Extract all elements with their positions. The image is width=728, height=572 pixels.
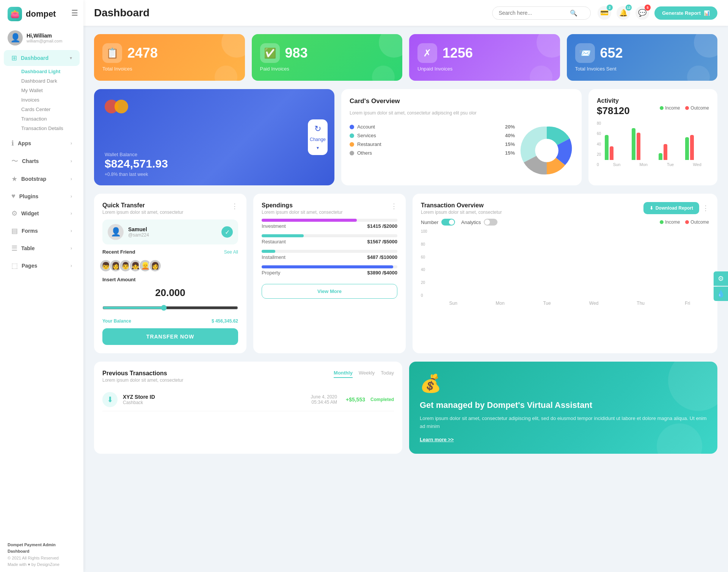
gear-icon: ⚙ (11, 209, 17, 218)
spend-row-installment: Installment $487 /$10000 (262, 250, 397, 260)
unpaid-invoices-icon: ✗ (417, 43, 437, 63)
to-income-legend: Income (665, 219, 680, 225)
bar-wed-outcome (690, 135, 694, 160)
spend-restaurant-amount: $1567 /$5000 (367, 239, 397, 244)
sidebar-item-apps[interactable]: ℹ Apps › (4, 135, 80, 151)
see-all-link[interactable]: See All (224, 249, 238, 255)
activity-title: Activity (597, 97, 630, 104)
stat-card-total-invoices: 📋 2478 Total Invoices (94, 34, 245, 81)
notification-icon-btn[interactable]: 🔔 12 (617, 6, 630, 20)
pt-tabs: Monthly Weekly Today (334, 370, 394, 378)
heart-icon: ♥ (11, 192, 16, 200)
co-services: Services (350, 133, 376, 138)
svg-point-0 (535, 139, 559, 162)
subnav-dashboard-light[interactable]: Dashboard Light (17, 67, 83, 76)
bar-wed-income (685, 137, 689, 160)
sidebar-item-widget[interactable]: ⚙ Widget › (4, 205, 80, 221)
more-options-icon[interactable]: ⋮ (391, 202, 397, 210)
subnav-transaction[interactable]: Transaction (17, 114, 83, 124)
spend-installment-amount: $487 /$10000 (367, 254, 397, 260)
prev-transactions-card: Previous Transactions Lorem ipsum dolor … (94, 362, 402, 454)
subnav-transaction-details[interactable]: Transaction Details (17, 124, 83, 133)
tab-monthly[interactable]: Monthly (334, 370, 353, 378)
co-restaurant: Restaurant (350, 141, 381, 147)
wallet-change: +0.8% than last week (105, 172, 324, 177)
sidebar-item-label: Pages (22, 263, 37, 269)
search-input[interactable] (499, 10, 567, 16)
to-header: Transaction Overview Lorem ipsum dolor s… (421, 202, 709, 215)
more-options-icon[interactable]: ⋮ (231, 202, 238, 210)
download-report-button[interactable]: ⬇ Download Report (643, 202, 699, 214)
bar-labels: Sun Mon Tue Wed (605, 162, 709, 167)
footer-brand: Dompet Payment Admin Dashboard (8, 542, 76, 555)
analytics-toggle[interactable] (484, 219, 497, 226)
transfer-user-handle: @sam224 (128, 232, 149, 238)
balance-amount: $ 456,345.62 (212, 318, 238, 324)
more-options-icon[interactable]: ⋮ (702, 204, 709, 212)
va-desc: Lorem ipsum dolor sit amet, consectetur … (420, 415, 707, 431)
tab-today[interactable]: Today (381, 370, 394, 378)
sidebar-item-plugins[interactable]: ♥ Plugins › (4, 188, 80, 204)
friend-avatar-6[interactable]: 👩 (149, 259, 162, 272)
number-toggle[interactable] (441, 219, 455, 226)
water-drop-button[interactable]: 💧 (714, 287, 728, 301)
to-outcome-legend: Outcome (690, 219, 709, 225)
chevron-down-icon: ▾ (70, 55, 72, 61)
pie-chart (520, 124, 573, 177)
generate-report-button[interactable]: Generate Report 📊 (654, 6, 717, 20)
subnav-my-wallet[interactable]: My Wallet (17, 86, 83, 95)
chevron-right-icon: › (71, 158, 72, 164)
pt-title: Previous Transactions (102, 370, 183, 377)
wallet-icon-btn[interactable]: 💳 2 (598, 6, 611, 20)
total-invoices-number: 2478 (127, 45, 158, 61)
wallet-change-button[interactable]: ↻ Change ▾ (308, 119, 328, 155)
generate-report-label: Generate Report (662, 10, 701, 16)
sent-invoices-number: 652 (600, 45, 623, 61)
spend-installment-label: Installment (262, 254, 286, 260)
sidebar-item-bootstrap[interactable]: ★ Bootstrap › (4, 171, 80, 187)
subnav-invoices[interactable]: Invoices (17, 95, 83, 105)
balance-row: Your Balance $ 456,345.62 (102, 318, 238, 324)
search-bar: 🔍 (492, 6, 591, 20)
chevron-down-icon: ▾ (317, 145, 319, 150)
notification-badge: 12 (626, 5, 632, 11)
chat-icon-btn[interactable]: 💬 5 (635, 6, 649, 20)
view-more-button[interactable]: View More (262, 284, 397, 299)
middle-row: Wallet Balance $824,571.93 +0.8% than la… (94, 89, 717, 185)
settings-panel-button[interactable]: ⚙ (714, 271, 728, 286)
subnav-cards-center[interactable]: Cards Center (17, 105, 83, 114)
sidebar-item-table[interactable]: ☰ Table › (4, 240, 80, 256)
bar-mon-outcome (637, 133, 640, 160)
menu-toggle-icon[interactable]: ☰ (71, 8, 78, 17)
chevron-right-icon: › (71, 246, 72, 251)
transfer-user[interactable]: 👤 Samuel @sam224 ✓ (102, 219, 238, 244)
quick-transfer-desc: Lorem ipsum dolor sit amet, consectetur (102, 210, 183, 215)
stat-card-paid-invoices: ✅ 983 Paid Invoices (252, 34, 403, 81)
amount-slider[interactable] (102, 305, 238, 311)
va-title: Get managed by Dompet's Virtual Assistan… (420, 400, 707, 410)
spend-property-label: Property (262, 270, 280, 276)
cards-overview-card: Card's Overview Lorem ipsum dolor sit am… (341, 89, 582, 185)
bar-x-labels: Sun Mon Tue Wed Thu Fri (432, 301, 709, 306)
sidebar-item-forms[interactable]: ▤ Forms › (4, 223, 80, 239)
logo-icon: 👛 (8, 7, 22, 21)
chevron-right-icon: › (71, 141, 72, 146)
change-label: Change (310, 137, 326, 142)
footer-copy: © 2021 All Rights Reserved (8, 555, 76, 562)
user-info: Hi,William william@gmail.com (27, 33, 62, 43)
transfer-user-name: Samuel (128, 226, 149, 232)
pt-row-sub: Cashback (123, 400, 306, 405)
tab-weekly[interactable]: Weekly (359, 370, 375, 378)
sidebar-item-pages[interactable]: ⬚ Pages › (4, 258, 80, 274)
chevron-right-icon: › (71, 263, 72, 268)
transfer-now-button[interactable]: TRANSFER NOW (102, 328, 238, 345)
subnav-dashboard-dark[interactable]: Dashboard Dark (17, 76, 83, 86)
dashboard-submenu: Dashboard Light Dashboard Dark My Wallet… (0, 67, 83, 135)
chart-icon: 📊 (704, 10, 710, 16)
sidebar-item-dashboard[interactable]: ⊞ Dashboard ▾ (4, 50, 80, 66)
chevron-right-icon: › (71, 228, 72, 234)
sidebar-item-label: Dashboard (21, 55, 49, 61)
chevron-right-icon: › (71, 211, 72, 216)
sidebar-item-charts[interactable]: 〜 Charts › (4, 153, 80, 169)
paid-invoices-number: 983 (285, 45, 308, 61)
